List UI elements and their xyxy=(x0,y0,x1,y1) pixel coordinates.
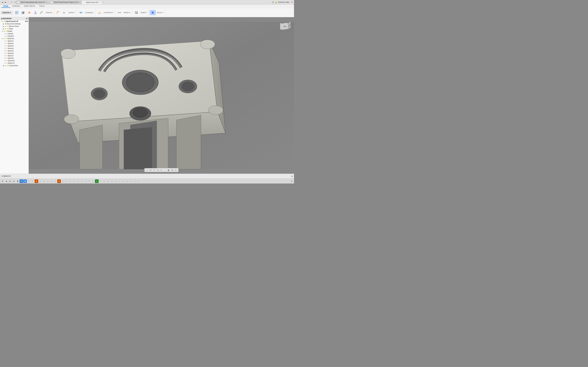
viewport-grid-btn[interactable]: ⊞ xyxy=(171,169,174,172)
bodies-expand[interactable]: ▼ xyxy=(2,31,3,32)
sketch3-eye[interactable]: 👁 xyxy=(4,45,6,47)
tree-sketch1[interactable]: 👁 ✏ Sketch1 xyxy=(0,40,28,42)
body10-eye[interactable]: 👁 xyxy=(4,35,6,37)
tl-icon-14[interactable]: □ xyxy=(69,179,72,183)
tl-icon-17[interactable]: □ xyxy=(80,179,84,183)
root-settings-icon[interactable]: ⚙ xyxy=(26,21,28,22)
subtab-surface[interactable]: SURFACE xyxy=(10,5,22,8)
tl-icon-3[interactable]: □ xyxy=(27,179,31,183)
tl-icon-1[interactable]: ■ xyxy=(19,179,23,183)
strip-btn-4[interactable]: ⏭ xyxy=(12,179,16,183)
viewport-display-btn[interactable]: ⬜ xyxy=(164,169,166,172)
strip-settings-btn[interactable]: ⚙ xyxy=(290,179,293,183)
revolve-btn[interactable] xyxy=(26,10,32,15)
tl-icon-20[interactable]: □ xyxy=(91,179,95,183)
nav-up-btn[interactable]: ↑ xyxy=(8,1,10,3)
modify-dropdown[interactable]: MODIFY ▾ xyxy=(68,11,76,14)
joint-btn[interactable] xyxy=(78,10,84,15)
nav-forward-btn[interactable]: ▶ xyxy=(5,1,7,3)
browser-collapse-btn[interactable]: ◀ xyxy=(1,18,2,19)
sketch5-eye[interactable]: 👁 xyxy=(4,50,6,52)
doc-settings-expand[interactable]: ▶ xyxy=(3,23,5,25)
tl-icon-6[interactable]: □ xyxy=(38,179,42,183)
sketch12-eye[interactable]: 👁 xyxy=(4,62,6,64)
browser-settings-btn[interactable]: ⚙ xyxy=(26,18,27,19)
nav-back-btn[interactable]: ◀ xyxy=(1,1,4,3)
tl-icon-31[interactable]: □ xyxy=(133,179,136,183)
create-dropdown[interactable]: CREATE ▾ xyxy=(45,11,53,14)
measure-btn[interactable] xyxy=(116,10,122,15)
root-expand-arrow[interactable]: ▼ xyxy=(1,21,3,22)
body8-eye[interactable]: 👁 xyxy=(4,33,6,34)
construction-eye[interactable]: 👁 xyxy=(5,65,6,67)
plane-btn[interactable] xyxy=(97,10,103,15)
sketch7-eye[interactable]: 👁 xyxy=(4,55,6,57)
viewport-zoom-btn[interactable]: 🔍 xyxy=(156,169,159,172)
tree-sketch2[interactable]: 👁 ✏ Sketch2 xyxy=(0,42,28,45)
strip-btn-5[interactable]: ⏹ xyxy=(16,179,19,183)
tree-sketch10[interactable]: 👁 ✏ Sketch10 xyxy=(0,59,28,62)
construction-expand[interactable]: ▶ xyxy=(3,65,5,67)
subtab-solid[interactable]: SOLID xyxy=(1,5,10,8)
sketches-eye[interactable]: 👁 xyxy=(3,38,5,40)
strip-btn-3[interactable]: ▶ xyxy=(8,179,12,183)
tab-2-close[interactable]: ✕ xyxy=(78,1,79,3)
sketch1-eye[interactable]: 👁 xyxy=(4,40,6,42)
tl-icon-18[interactable]: □ xyxy=(84,179,87,183)
tl-icon-27[interactable]: □ xyxy=(118,179,121,183)
viewport-zoom-dropdown[interactable]: ▾ xyxy=(160,169,163,172)
formula-btn[interactable]: fx xyxy=(61,10,68,15)
assemble-dropdown[interactable]: ASSEMBLE ▾ xyxy=(84,11,95,14)
tab-2[interactable]: 📄 Tripod Head Tension Hinge v2 v5 ✕ xyxy=(49,0,81,4)
navigation-cube[interactable]: TOP FRONT BACK xyxy=(277,20,292,34)
tl-icon-10[interactable]: □ xyxy=(53,179,57,183)
select-dropdown[interactable]: SELECT ▾ xyxy=(156,11,164,14)
named-views-expand[interactable]: ▶ xyxy=(3,25,5,27)
subtab-tools[interactable]: TOOLS xyxy=(37,5,47,8)
tree-body10[interactable]: 👁 ⬜ Body10 xyxy=(0,35,28,37)
tree-document-settings[interactable]: ▶ ⚙ Document Settings xyxy=(0,23,28,25)
tree-origin[interactable]: ▶ 👁 📁 Origin xyxy=(0,27,28,30)
nav-more-btn[interactable]: ▾ xyxy=(14,1,16,3)
viewport-cursor-btn[interactable]: ⊹ xyxy=(146,169,148,172)
tl-icon-15[interactable]: □ xyxy=(72,179,76,183)
tree-bodies[interactable]: ▼ 👁 📁 Bodies xyxy=(0,30,28,33)
comments-expand-btn[interactable]: ⊕ xyxy=(291,175,293,177)
extrude-btn[interactable] xyxy=(20,10,26,15)
bodies-eye[interactable]: 👁 xyxy=(3,31,5,32)
tree-sketch3[interactable]: 👁 ✏ Sketch3 xyxy=(0,45,28,47)
viewport-visual-style-btn[interactable]: ◧ xyxy=(167,169,170,172)
sketch10-eye[interactable]: 👁 xyxy=(4,60,6,62)
design-dropdown-btn[interactable]: DESIGN ▾ xyxy=(1,11,13,15)
tl-icon-12[interactable]: □ xyxy=(61,179,65,183)
sketch2-eye[interactable]: 👁 xyxy=(4,43,6,44)
select-btn[interactable] xyxy=(150,10,156,15)
tl-icon-8[interactable]: □ xyxy=(46,179,50,183)
tree-sketch7[interactable]: 👁 ✏ Sketch7 xyxy=(0,55,28,57)
viewport-grid-dropdown[interactable]: ▾ xyxy=(174,169,177,172)
tl-icon-26[interactable]: □ xyxy=(114,179,117,183)
tl-icon-13[interactable]: □ xyxy=(65,179,69,183)
tl-icon-22[interactable]: □ xyxy=(99,179,102,183)
subtab-sheet-metal[interactable]: SHEET METAL xyxy=(22,5,37,8)
tab-3-close[interactable]: ✕ xyxy=(99,1,100,3)
tree-sketch4[interactable]: 👁 ✏ Sketch4 xyxy=(0,47,28,50)
tree-body8[interactable]: 👁 ⬜ Body8 xyxy=(0,33,28,35)
tl-icon-24[interactable]: □ xyxy=(106,179,110,183)
sketch9-eye[interactable]: 👁 xyxy=(4,58,6,59)
tl-icon-30[interactable]: □ xyxy=(129,179,133,183)
tl-icon-28[interactable]: □ xyxy=(121,179,125,183)
tl-icon-19[interactable]: □ xyxy=(87,179,91,183)
loft-btn[interactable] xyxy=(33,10,38,15)
tree-sketch9[interactable]: 👁 ✏ Sketch9 xyxy=(0,57,28,59)
tl-icon-23[interactable]: □ xyxy=(103,179,106,183)
tab-1-close[interactable]: ✕ xyxy=(46,1,47,3)
sketch4-eye[interactable]: 👁 xyxy=(4,48,6,49)
tree-sketch5[interactable]: 👁 ✏ Sketch5 xyxy=(0,50,28,52)
tab-3[interactable]: 📄 tripod mount v8* ✕ xyxy=(82,0,102,4)
tree-construction[interactable]: ▶ 👁 📁 Construction xyxy=(0,64,28,67)
tl-icon-32[interactable]: □ xyxy=(137,179,140,183)
viewport[interactable]: TOP FRONT BACK ⊹ ⊡ ↻ 🔍 ▾ ⬜ ◧ ⊞ ▾ xyxy=(29,17,294,174)
sketch6-eye[interactable]: 👁 xyxy=(4,53,6,54)
nav-refresh-btn[interactable]: ⟳ xyxy=(11,1,13,3)
